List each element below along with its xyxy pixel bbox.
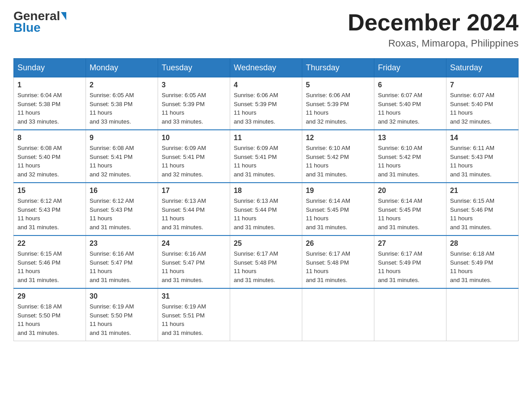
day-info: Sunrise: 6:07 AMSunset: 5:40 PM11 hoursa… [378, 91, 442, 126]
header-tuesday: Tuesday [158, 59, 230, 77]
header-saturday: Saturday [446, 59, 519, 77]
day-number: 23 [90, 240, 154, 248]
day-info: Sunrise: 6:13 AMSunset: 5:44 PM11 hoursa… [234, 197, 298, 231]
table-row: 29Sunrise: 6:18 AMSunset: 5:50 PM11 hour… [14, 288, 86, 341]
table-row: 7Sunrise: 6:07 AMSunset: 5:40 PM11 hours… [446, 77, 519, 130]
calendar-row: 8Sunrise: 6:08 AMSunset: 5:40 PM11 hours… [14, 130, 519, 183]
day-info: Sunrise: 6:18 AMSunset: 5:49 PM11 hoursa… [450, 249, 515, 284]
day-number: 12 [306, 134, 370, 142]
table-row: 1Sunrise: 6:04 AMSunset: 5:38 PM11 hours… [14, 77, 86, 130]
day-info: Sunrise: 6:10 AMSunset: 5:42 PM11 hoursa… [378, 144, 442, 179]
logo-arrow-icon [61, 12, 66, 20]
day-number: 6 [378, 81, 442, 89]
table-row: 3Sunrise: 6:05 AMSunset: 5:39 PM11 hours… [158, 77, 230, 130]
day-number: 14 [450, 134, 515, 142]
day-number: 24 [162, 240, 226, 248]
table-row: 8Sunrise: 6:08 AMSunset: 5:40 PM11 hours… [14, 130, 86, 183]
title-section: December 2024 Roxas, Mimaropa, Philippin… [348, 9, 519, 49]
table-row: 22Sunrise: 6:15 AMSunset: 5:46 PM11 hour… [14, 235, 86, 288]
table-row: 16Sunrise: 6:12 AMSunset: 5:43 PM11 hour… [86, 183, 158, 235]
header-wednesday: Wednesday [230, 59, 302, 77]
day-info: Sunrise: 6:09 AMSunset: 5:41 PM11 hoursa… [162, 144, 226, 179]
day-info: Sunrise: 6:17 AMSunset: 5:49 PM11 hoursa… [378, 249, 442, 284]
header-monday: Monday [86, 59, 158, 77]
day-number: 10 [162, 134, 226, 142]
day-info: Sunrise: 6:11 AMSunset: 5:43 PM11 hoursa… [450, 144, 515, 179]
table-row: 30Sunrise: 6:19 AMSunset: 5:50 PM11 hour… [86, 288, 158, 341]
page-subtitle: Roxas, Mimaropa, Philippines [348, 38, 519, 49]
day-info: Sunrise: 6:18 AMSunset: 5:50 PM11 hoursa… [17, 302, 82, 337]
day-number: 18 [234, 187, 298, 195]
day-info: Sunrise: 6:05 AMSunset: 5:38 PM11 hoursa… [90, 91, 154, 126]
day-info: Sunrise: 6:17 AMSunset: 5:48 PM11 hoursa… [234, 249, 298, 284]
day-number: 29 [17, 292, 82, 300]
day-info: Sunrise: 6:12 AMSunset: 5:43 PM11 hoursa… [90, 197, 154, 231]
table-row: 19Sunrise: 6:14 AMSunset: 5:45 PM11 hour… [302, 183, 374, 235]
day-number: 22 [17, 240, 82, 248]
page-title: December 2024 [348, 9, 519, 36]
day-info: Sunrise: 6:08 AMSunset: 5:41 PM11 hoursa… [90, 144, 154, 179]
day-info: Sunrise: 6:19 AMSunset: 5:50 PM11 hoursa… [90, 302, 154, 337]
day-number: 16 [90, 187, 154, 195]
table-row [302, 288, 374, 341]
table-row: 26Sunrise: 6:17 AMSunset: 5:48 PM11 hour… [302, 235, 374, 288]
day-info: Sunrise: 6:13 AMSunset: 5:44 PM11 hoursa… [162, 197, 226, 231]
day-info: Sunrise: 6:12 AMSunset: 5:43 PM11 hoursa… [17, 197, 82, 231]
day-number: 21 [450, 187, 515, 195]
day-info: Sunrise: 6:14 AMSunset: 5:45 PM11 hoursa… [306, 197, 370, 231]
day-info: Sunrise: 6:08 AMSunset: 5:40 PM11 hoursa… [17, 144, 82, 179]
calendar-table: Sunday Monday Tuesday Wednesday Thursday… [13, 58, 519, 341]
calendar-row: 22Sunrise: 6:15 AMSunset: 5:46 PM11 hour… [14, 235, 519, 288]
table-row [374, 288, 446, 341]
table-row: 11Sunrise: 6:09 AMSunset: 5:41 PM11 hour… [230, 130, 302, 183]
day-info: Sunrise: 6:06 AMSunset: 5:39 PM11 hoursa… [306, 91, 370, 126]
day-info: Sunrise: 6:17 AMSunset: 5:48 PM11 hoursa… [306, 249, 370, 284]
day-number: 19 [306, 187, 370, 195]
day-number: 31 [162, 292, 226, 300]
page-header: General Blue December 2024 Roxas, Mimaro… [13, 9, 519, 49]
day-number: 15 [17, 187, 82, 195]
table-row: 9Sunrise: 6:08 AMSunset: 5:41 PM11 hours… [86, 130, 158, 183]
calendar-row: 1Sunrise: 6:04 AMSunset: 5:38 PM11 hours… [14, 77, 519, 130]
day-number: 3 [162, 81, 226, 89]
day-info: Sunrise: 6:14 AMSunset: 5:45 PM11 hoursa… [378, 197, 442, 231]
logo-blue: Blue [13, 21, 41, 35]
table-row: 18Sunrise: 6:13 AMSunset: 5:44 PM11 hour… [230, 183, 302, 235]
table-row: 31Sunrise: 6:19 AMSunset: 5:51 PM11 hour… [158, 288, 230, 341]
table-row: 17Sunrise: 6:13 AMSunset: 5:44 PM11 hour… [158, 183, 230, 235]
logo: General Blue [13, 9, 66, 35]
day-number: 7 [450, 81, 515, 89]
table-row: 2Sunrise: 6:05 AMSunset: 5:38 PM11 hours… [86, 77, 158, 130]
day-info: Sunrise: 6:16 AMSunset: 5:47 PM11 hoursa… [162, 249, 226, 284]
table-row: 12Sunrise: 6:10 AMSunset: 5:42 PM11 hour… [302, 130, 374, 183]
table-row: 13Sunrise: 6:10 AMSunset: 5:42 PM11 hour… [374, 130, 446, 183]
header-thursday: Thursday [302, 59, 374, 77]
day-info: Sunrise: 6:07 AMSunset: 5:40 PM11 hoursa… [450, 91, 515, 126]
table-row: 28Sunrise: 6:18 AMSunset: 5:49 PM11 hour… [446, 235, 519, 288]
table-row [446, 288, 519, 341]
table-row: 15Sunrise: 6:12 AMSunset: 5:43 PM11 hour… [14, 183, 86, 235]
day-number: 28 [450, 240, 515, 248]
header-sunday: Sunday [14, 59, 86, 77]
day-info: Sunrise: 6:05 AMSunset: 5:39 PM11 hoursa… [162, 91, 226, 126]
day-info: Sunrise: 6:19 AMSunset: 5:51 PM11 hoursa… [162, 302, 226, 337]
table-row: 10Sunrise: 6:09 AMSunset: 5:41 PM11 hour… [158, 130, 230, 183]
day-info: Sunrise: 6:04 AMSunset: 5:38 PM11 hoursa… [17, 91, 82, 126]
day-number: 2 [90, 81, 154, 89]
calendar-row: 15Sunrise: 6:12 AMSunset: 5:43 PM11 hour… [14, 183, 519, 235]
day-number: 26 [306, 240, 370, 248]
calendar-row: 29Sunrise: 6:18 AMSunset: 5:50 PM11 hour… [14, 288, 519, 341]
day-number: 25 [234, 240, 298, 248]
day-number: 20 [378, 187, 442, 195]
day-number: 4 [234, 81, 298, 89]
table-row: 5Sunrise: 6:06 AMSunset: 5:39 PM11 hours… [302, 77, 374, 130]
table-row: 20Sunrise: 6:14 AMSunset: 5:45 PM11 hour… [374, 183, 446, 235]
table-row [230, 288, 302, 341]
table-row: 24Sunrise: 6:16 AMSunset: 5:47 PM11 hour… [158, 235, 230, 288]
day-number: 1 [17, 81, 82, 89]
day-number: 30 [90, 292, 154, 300]
day-info: Sunrise: 6:06 AMSunset: 5:39 PM11 hoursa… [234, 91, 298, 126]
day-number: 11 [234, 134, 298, 142]
table-row: 14Sunrise: 6:11 AMSunset: 5:43 PM11 hour… [446, 130, 519, 183]
day-number: 13 [378, 134, 442, 142]
